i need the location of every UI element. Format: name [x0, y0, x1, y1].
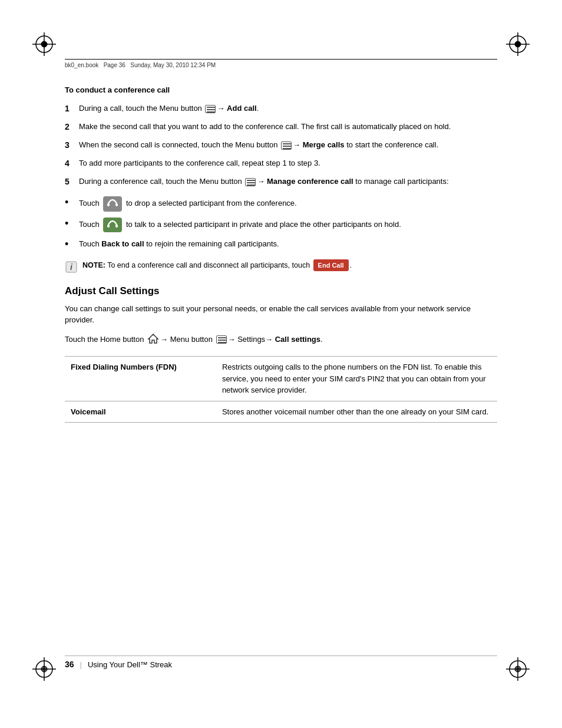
bullet-list: • Touch to drop a selected participant f… [65, 196, 497, 251]
nav-instruction: Touch the Home button → Menu button → Se… [65, 333, 497, 347]
svg-rect-33 [218, 340, 226, 341]
svg-rect-34 [218, 342, 226, 343]
corner-mark-tl [32, 32, 56, 56]
home-icon [147, 333, 159, 347]
step-text-5: During a conference call, touch the Menu… [79, 176, 449, 188]
metadata-text: bk0_en.book Page 36 Sunday, May 30, 2010… [65, 62, 216, 68]
bullet-2: • Touch to talk to a selected participan… [65, 218, 497, 233]
step-2: 2 Make the second call that you want to … [65, 121, 497, 133]
menu-icon-3 [281, 141, 292, 150]
main-content: To conduct a conference call 1 During a … [65, 85, 497, 651]
drop-call-icon [103, 196, 122, 212]
svg-rect-21 [283, 148, 291, 149]
menu-icon-5 [245, 178, 256, 186]
bullet-text-1: Touch to drop a selected participant fro… [79, 196, 497, 212]
step-4: 4 To add more participants to the confer… [65, 157, 497, 170]
menu-icon-1 [205, 105, 216, 113]
step-text-4: To add more participants to the conferen… [79, 157, 320, 170]
step-text-2: Make the second call that you want to ad… [79, 121, 451, 133]
svg-rect-17 [207, 109, 215, 110]
numbered-steps: 1 During a call, touch the Menu button →… [65, 103, 497, 188]
svg-rect-26 [115, 203, 118, 206]
step-1: 1 During a call, touch the Menu button →… [65, 103, 497, 115]
svg-rect-19 [283, 143, 291, 144]
metadata-bar: bk0_en.book Page 36 Sunday, May 30, 2010… [65, 59, 497, 68]
svg-rect-20 [283, 146, 291, 147]
table-row-voicemail: Voicemail Stores another voicemail numbe… [65, 401, 497, 423]
bullet-text-2: Touch to talk to a selected participant … [79, 218, 497, 233]
note-text: NOTE: To end a conference call and disco… [82, 259, 352, 272]
note-icon: i [65, 261, 78, 274]
note-box: i NOTE: To end a conference call and dis… [65, 259, 497, 274]
adjust-settings-desc: You can change call settings to suit you… [65, 303, 497, 326]
svg-rect-27 [107, 225, 110, 228]
svg-rect-22 [247, 180, 255, 181]
page-container: bk0_en.book Page 36 Sunday, May 30, 2010… [0, 0, 562, 728]
adjust-settings-title: Adjust Call Settings [65, 285, 497, 297]
private-call-icon [103, 218, 122, 233]
svg-rect-32 [218, 337, 226, 338]
end-call-button: End Call [313, 259, 349, 272]
svg-rect-28 [115, 225, 118, 228]
step-3: 3 When the second call is connected, tou… [65, 139, 497, 151]
bullet-symbol-2: • [65, 218, 79, 230]
svg-rect-18 [207, 111, 215, 113]
page-number: 36 [65, 660, 74, 669]
step-num-5: 5 [65, 176, 79, 188]
step-text-3: When the second call is connected, touch… [79, 139, 438, 151]
svg-rect-16 [207, 107, 215, 108]
step-num-4: 4 [65, 157, 79, 170]
svg-rect-25 [107, 203, 110, 206]
bullet-symbol-1: • [65, 196, 79, 209]
bullet-symbol-3: • [65, 238, 79, 251]
step-text-1: During a call, touch the Menu button → A… [79, 103, 259, 115]
bullet-text-3: Touch Back to call to rejoin the remaini… [79, 238, 497, 250]
table-label-voicemail: Voicemail [65, 401, 216, 423]
menu-icon-nav [216, 335, 227, 344]
table-desc-fdn: Restricts outgoing calls to the phone nu… [216, 357, 497, 401]
table-row-fdn: Fixed Dialing Numbers (FDN) Restricts ou… [65, 357, 497, 401]
conference-heading: To conduct a conference call [65, 85, 497, 94]
step-num-1: 1 [65, 103, 79, 115]
table-desc-voicemail: Stores another voicemail number other th… [216, 401, 497, 423]
bullet-1: • Touch to drop a selected participant f… [65, 196, 497, 212]
corner-mark-tr [506, 32, 530, 56]
page-footer: 36 | Using Your Dell™ Streak [65, 655, 497, 669]
step-5: 5 During a conference call, touch the Me… [65, 176, 497, 188]
settings-table: Fixed Dialing Numbers (FDN) Restricts ou… [65, 356, 497, 423]
svg-marker-31 [148, 334, 158, 343]
bullet-3: • Touch Back to call to rejoin the remai… [65, 238, 497, 251]
corner-mark-br [506, 657, 530, 681]
step-num-2: 2 [65, 121, 79, 133]
svg-rect-23 [247, 182, 255, 183]
page-label: Using Your Dell™ Streak [88, 660, 172, 669]
corner-mark-bl [32, 657, 56, 681]
page-separator: | [80, 660, 82, 669]
svg-rect-24 [247, 185, 255, 186]
step-num-3: 3 [65, 139, 79, 151]
table-label-fdn: Fixed Dialing Numbers (FDN) [65, 357, 216, 401]
